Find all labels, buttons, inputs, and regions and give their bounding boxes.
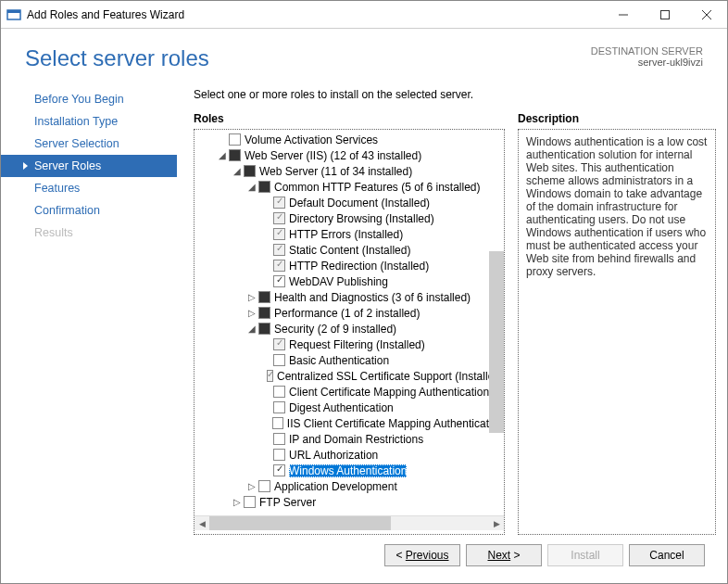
checkbox-commonHttp[interactable] — [258, 181, 270, 193]
checkbox-iis[interactable] — [229, 149, 241, 161]
tree-node-digest[interactable]: Digest Authentication — [195, 400, 504, 415]
tree-node-httpRedirect[interactable]: HTTP Redirection (Installed) — [195, 258, 504, 273]
horizontal-scrollbar[interactable]: ◀ ▶ — [195, 515, 504, 530]
checkbox-defaultDoc[interactable] — [273, 197, 285, 209]
vertical-scrollbar-thumb[interactable] — [489, 251, 504, 433]
tree-label-commonHttp[interactable]: Common HTTP Features (5 of 6 installed) — [274, 181, 481, 194]
tree-node-ipDomain[interactable]: IP and Domain Restrictions — [195, 431, 504, 447]
nav-item-features[interactable]: Features — [1, 177, 177, 199]
tree-node-iisClientCert[interactable]: IIS Client Certificate Mapping Authentic… — [195, 415, 504, 431]
tree-node-httpErrors[interactable]: HTTP Errors (Installed) — [195, 226, 504, 242]
tree-label-clientCert[interactable]: Client Certificate Mapping Authenticatio… — [289, 386, 489, 399]
checkbox-reqFilter[interactable] — [273, 338, 285, 350]
checkbox-digest[interactable] — [273, 401, 285, 413]
checkbox-ftp[interactable] — [244, 496, 256, 508]
collapse-icon[interactable]: ◢ — [246, 182, 257, 192]
tree-label-digest[interactable]: Digest Authentication — [289, 401, 394, 414]
checkbox-winAuth[interactable] — [273, 464, 285, 476]
tree-label-iis[interactable]: Web Server (IIS) (12 of 43 installed) — [245, 149, 421, 162]
close-button[interactable] — [685, 1, 727, 29]
expand-icon[interactable]: ▷ — [246, 308, 257, 318]
nav-item-confirm[interactable]: Confirmation — [1, 199, 177, 222]
checkbox-basicAuth[interactable] — [273, 354, 285, 366]
checkbox-perf[interactable] — [258, 307, 270, 319]
cancel-button[interactable]: Cancel — [629, 544, 705, 566]
tree-node-perf[interactable]: ▷Performance (1 of 2 installed) — [195, 305, 504, 321]
tree-label-ftp[interactable]: FTP Server — [259, 496, 316, 509]
collapse-icon[interactable]: ◢ — [232, 166, 242, 176]
checkbox-health[interactable] — [258, 291, 270, 303]
previous-button[interactable]: < Previous — [384, 544, 460, 566]
nav-item-serverRoles[interactable]: Server Roles — [1, 155, 177, 177]
tree-label-urlAuth[interactable]: URL Authorization — [289, 449, 378, 462]
nav-item-results: Results — [1, 222, 177, 244]
tree-node-winAuth[interactable]: Windows Authentication — [195, 463, 504, 478]
checkbox-volAct[interactable] — [229, 133, 241, 146]
tree-label-staticContent[interactable]: Static Content (Installed) — [289, 244, 410, 257]
tree-node-iis[interactable]: ◢Web Server (IIS) (12 of 43 installed) — [195, 147, 504, 163]
tree-label-ipDomain[interactable]: IP and Domain Restrictions — [289, 433, 423, 446]
tree-node-staticContent[interactable]: Static Content (Installed) — [195, 242, 504, 258]
checkbox-httpErrors[interactable] — [273, 228, 285, 240]
tree-node-security[interactable]: ◢Security (2 of 9 installed) — [195, 321, 504, 336]
checkbox-appDev[interactable] — [258, 480, 270, 492]
tree-node-basicAuth[interactable]: Basic Authentication — [195, 352, 504, 368]
tree-label-dirBrowse[interactable]: Directory Browsing (Installed) — [289, 212, 434, 225]
checkbox-security[interactable] — [258, 323, 270, 335]
checkbox-clientCert[interactable] — [273, 386, 285, 398]
tree-node-webdav[interactable]: WebDAV Publishing — [195, 273, 504, 289]
maximize-button[interactable] — [644, 1, 685, 29]
tree-label-httpErrors[interactable]: HTTP Errors (Installed) — [289, 228, 403, 241]
expand-icon[interactable]: ▷ — [246, 481, 257, 491]
tree-node-ftp[interactable]: ▷FTP Server — [195, 494, 504, 510]
tree-label-iisClientCert[interactable]: IIS Client Certificate Mapping Authentic… — [287, 417, 504, 430]
nav-item-serverSel[interactable]: Server Selection — [1, 133, 177, 155]
checkbox-webServer[interactable] — [244, 165, 256, 177]
expand-icon[interactable]: ▷ — [232, 497, 242, 507]
tree-label-security[interactable]: Security (2 of 9 installed) — [274, 323, 396, 336]
scroll-left-icon[interactable]: ◀ — [195, 516, 209, 530]
next-button[interactable]: Next > — [466, 544, 542, 566]
tree-node-dirBrowse[interactable]: Directory Browsing (Installed) — [195, 210, 504, 226]
tree-label-appDev[interactable]: Application Development — [274, 480, 397, 493]
tree-node-volAct[interactable]: Volume Activation Services — [195, 132, 504, 147]
tree-node-defaultDoc[interactable]: Default Document (Installed) — [195, 195, 504, 210]
tree-label-winAuth[interactable]: Windows Authentication — [289, 464, 407, 477]
checkbox-urlAuth[interactable] — [273, 449, 285, 461]
install-button[interactable]: Install — [547, 544, 623, 566]
tree-label-httpRedirect[interactable]: HTTP Redirection (Installed) — [289, 260, 429, 273]
checkbox-staticContent[interactable] — [273, 244, 285, 256]
tree-label-webServer[interactable]: Web Server (11 of 34 installed) — [259, 165, 412, 178]
tree-label-defaultDoc[interactable]: Default Document (Installed) — [289, 197, 430, 209]
roles-tree[interactable]: Volume Activation Services◢Web Server (I… — [194, 129, 505, 535]
tree-node-urlAuth[interactable]: URL Authorization — [195, 447, 504, 463]
checkbox-centSsl[interactable] — [267, 370, 272, 382]
nav-item-instType[interactable]: Installation Type — [1, 110, 177, 133]
checkbox-webdav[interactable] — [273, 275, 285, 287]
checkbox-httpRedirect[interactable] — [273, 260, 285, 272]
checkbox-dirBrowse[interactable] — [273, 212, 285, 224]
tree-label-perf[interactable]: Performance (1 of 2 installed) — [274, 307, 420, 320]
checkbox-iisClientCert[interactable] — [272, 417, 283, 429]
tree-label-webdav[interactable]: WebDAV Publishing — [289, 275, 388, 288]
tree-node-clientCert[interactable]: Client Certificate Mapping Authenticatio… — [195, 384, 504, 400]
tree-node-commonHttp[interactable]: ◢Common HTTP Features (5 of 6 installed) — [195, 179, 504, 195]
tree-node-centSsl[interactable]: Centralized SSL Certificate Support (Ins… — [195, 368, 504, 384]
collapse-icon[interactable]: ◢ — [246, 324, 257, 334]
tree-label-basicAuth[interactable]: Basic Authentication — [289, 354, 389, 367]
tree-label-centSsl[interactable]: Centralized SSL Certificate Support (Ins… — [277, 370, 504, 383]
tree-node-webServer[interactable]: ◢Web Server (11 of 34 installed) — [195, 163, 504, 179]
collapse-icon[interactable]: ◢ — [217, 150, 227, 160]
checkbox-ipDomain[interactable] — [273, 433, 285, 445]
tree-node-reqFilter[interactable]: Request Filtering (Installed) — [195, 336, 504, 352]
tree-node-health[interactable]: ▷Health and Diagnostics (3 of 6 installe… — [195, 289, 504, 305]
minimize-button[interactable] — [602, 1, 644, 29]
tree-node-appDev[interactable]: ▷Application Development — [195, 478, 504, 494]
scroll-right-icon[interactable]: ▶ — [489, 516, 504, 530]
nav-item-before[interactable]: Before You Begin — [1, 88, 177, 110]
expand-icon[interactable]: ▷ — [246, 292, 257, 302]
tree-label-reqFilter[interactable]: Request Filtering (Installed) — [289, 338, 425, 351]
tree-label-volAct[interactable]: Volume Activation Services — [245, 133, 378, 146]
tree-label-health[interactable]: Health and Diagnostics (3 of 6 installed… — [274, 291, 471, 304]
horizontal-scrollbar-thumb[interactable] — [209, 516, 391, 530]
